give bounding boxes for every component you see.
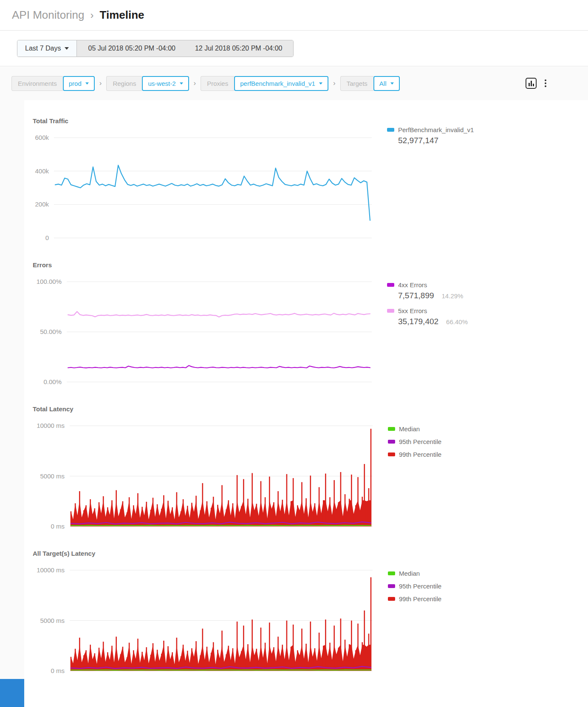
legend-label: 95th Percentile: [399, 583, 441, 590]
legend-label: Median: [399, 425, 420, 433]
chart-title: Total Latency: [29, 405, 588, 413]
breadcrumb: API Monitoring › Timeline: [12, 8, 144, 22]
filter-environments-label: Environments: [11, 76, 63, 91]
legend-item[interactable]: PerfBenchmark_invalid_v1: [387, 126, 474, 133]
y-axis-tick-label: 10000 ms: [37, 566, 65, 574]
date-range-control: Last 7 Days 05 Jul 2018 05:20 PM -04:00 …: [17, 40, 294, 57]
legend-values: 7,571,899 14.29%: [387, 291, 468, 300]
caret-down-icon: [180, 82, 183, 85]
filter-proxies-select[interactable]: perfBenchmark_invalid_v1: [234, 76, 328, 91]
bar-chart-icon[interactable]: [526, 78, 537, 89]
content-area: Environments prod › Regions us-west-2 › …: [0, 66, 588, 707]
filter-proxies-label: Proxies: [201, 76, 234, 91]
filter-proxies: Proxies perfBenchmark_invalid_v1: [201, 76, 328, 91]
legend-values: 52,977,147: [387, 136, 474, 145]
filter-targets-select[interactable]: All: [373, 76, 400, 91]
caret-down-icon: [85, 82, 89, 85]
y-axis-tick-label: 600k: [35, 133, 49, 142]
y-axis-tick-label: 0 ms: [51, 667, 65, 675]
filter-regions-select[interactable]: us-west-2: [142, 76, 189, 91]
legend-label: 99th Percentile: [399, 595, 441, 602]
chart-section-total-traffic: Total Traffic 600k400k200k0 PerfBenchmar…: [29, 117, 588, 238]
chart-legend: Median 95th Percentile 99th Percentile: [388, 570, 441, 602]
legend-percent-value: 66.40%: [446, 318, 468, 325]
legend-item[interactable]: Median: [388, 425, 441, 433]
legend-item[interactable]: 99th Percentile: [388, 451, 441, 458]
chevron-right-icon: ›: [90, 9, 94, 21]
filter-separator-icon: ›: [194, 79, 196, 88]
filter-proxies-value: perfBenchmark_invalid_v1: [240, 80, 315, 87]
filter-separator-icon: ›: [99, 79, 102, 88]
date-range-bar: Last 7 Days 05 Jul 2018 05:20 PM -04:00 …: [0, 31, 588, 66]
y-axis-tick-label: 5000 ms: [40, 617, 65, 625]
y-axis: 600k400k200k0: [29, 137, 54, 238]
y-axis-tick-label: 0.00%: [43, 378, 62, 386]
legend-label: PerfBenchmark_invalid_v1: [398, 126, 474, 133]
legend-label: 95th Percentile: [399, 438, 441, 445]
y-axis-tick-label: 10000 ms: [37, 421, 65, 430]
date-range-preset-button[interactable]: Last 7 Days: [17, 40, 77, 57]
legend-total-value: 35,179,402: [398, 317, 438, 326]
filter-environments-select[interactable]: prod: [63, 76, 95, 91]
chart-section-errors: Errors 100.00%50.00%0.00% 4xx Errors 7,5…: [29, 261, 588, 382]
date-range-values[interactable]: 05 Jul 2018 05:20 PM -04:00 12 Jul 2018 …: [77, 40, 293, 57]
legend-item[interactable]: 5xx Errors: [387, 307, 468, 314]
caret-down-icon: [65, 47, 69, 50]
legend-swatch: [388, 571, 395, 575]
chart-legend: Median 95th Percentile 99th Percentile: [388, 425, 441, 458]
legend-swatch: [387, 128, 394, 132]
filter-targets-label: Targets: [340, 76, 373, 91]
filter-regions-label: Regions: [106, 76, 142, 91]
y-axis-tick-label: 400k: [35, 167, 49, 175]
y-axis-tick-label: 5000 ms: [40, 472, 65, 481]
kebab-menu-icon[interactable]: [544, 79, 547, 88]
date-range-preset-label: Last 7 Days: [25, 45, 61, 52]
legend-swatch: [387, 283, 394, 287]
page-title: Timeline: [100, 8, 144, 22]
legend-swatch: [388, 440, 395, 444]
filter-environments: Environments prod: [11, 76, 95, 91]
y-axis-tick-label: 100.00%: [37, 277, 62, 286]
end-date: 12 Jul 2018 05:20 PM -04:00: [195, 45, 282, 52]
legend-label: 99th Percentile: [399, 451, 441, 458]
chart-section-all-targets-latency: All Target(s) Latency 10000 ms5000 ms0 m…: [29, 550, 588, 671]
y-axis-tick-label: 200k: [35, 200, 49, 209]
y-axis-tick-label: 0 ms: [51, 522, 65, 531]
start-date: 05 Jul 2018 05:20 PM -04:00: [88, 45, 175, 52]
legend-total-value: 7,571,899: [398, 291, 434, 300]
legend-swatch: [388, 597, 395, 601]
top-header: API Monitoring › Timeline: [0, 0, 588, 31]
legend-item[interactable]: 4xx Errors: [387, 281, 468, 288]
chart-title: All Target(s) Latency: [29, 550, 588, 557]
legend-swatch: [388, 452, 395, 456]
legend-swatch: [388, 427, 395, 431]
legend-swatch: [387, 309, 394, 313]
legend-item[interactable]: 95th Percentile: [388, 438, 441, 445]
y-axis-tick-label: 0: [45, 234, 49, 242]
legend-item[interactable]: Median: [388, 570, 441, 577]
breadcrumb-api-monitoring[interactable]: API Monitoring: [12, 8, 85, 22]
chart-title: Total Traffic: [29, 117, 588, 124]
chart-plot[interactable]: [70, 570, 373, 671]
caret-down-icon: [319, 82, 322, 85]
y-axis: 10000 ms5000 ms0 ms: [29, 570, 70, 671]
chart-plot[interactable]: [67, 281, 372, 382]
caret-down-icon: [390, 82, 394, 85]
legend-values: 35,179,402 66.40%: [387, 317, 468, 326]
chart-title: Errors: [29, 261, 588, 269]
chart-plot[interactable]: [54, 137, 372, 238]
filter-separator-icon: ›: [333, 79, 336, 88]
chart-plot[interactable]: [70, 425, 373, 527]
filter-environments-value: prod: [69, 80, 82, 87]
bottom-left-blue-panel[interactable]: [0, 679, 24, 707]
filter-bar: Environments prod › Regions us-west-2 › …: [0, 66, 588, 100]
legend-percent-value: 14.29%: [442, 292, 464, 300]
chart-legend: 4xx Errors 7,571,899 14.29% 5xx Errors 3…: [387, 281, 468, 333]
y-axis-tick-label: 50.00%: [40, 328, 62, 336]
legend-item[interactable]: 95th Percentile: [388, 583, 441, 590]
filter-targets-value: All: [379, 80, 387, 87]
legend-item[interactable]: 99th Percentile: [388, 595, 441, 602]
legend-label: Median: [399, 570, 420, 577]
legend-swatch: [388, 584, 395, 588]
legend-label: 4xx Errors: [398, 281, 427, 288]
